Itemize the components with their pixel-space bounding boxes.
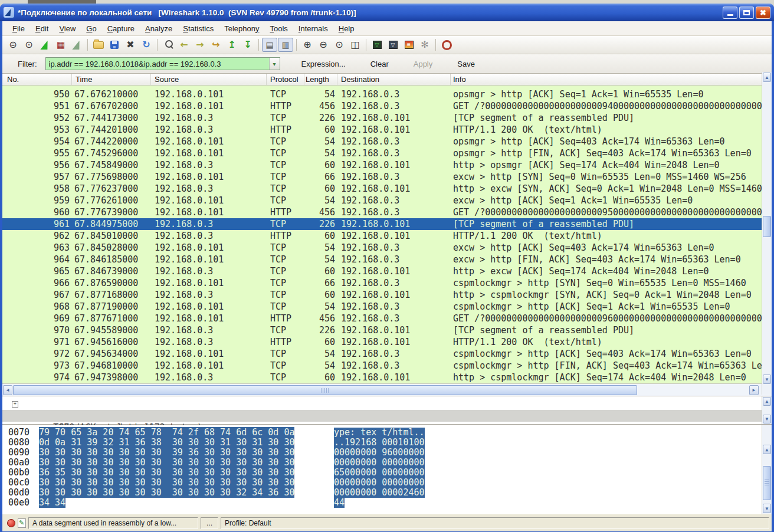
save-button[interactable]: Save [454,58,478,70]
packet-row[interactable]: 969 67.877671000 192.168.0.101 HTTP 456 … [2,313,772,324]
packet-row[interactable]: 972 67.945634000 192.168.0.101 TCP 54 19… [2,348,772,360]
auto-scroll-toggle-icon[interactable]: ▥ [278,38,293,52]
preferences-icon[interactable]: ✻ [417,38,432,52]
hex-bytes[interactable]: 34 34 [39,497,65,508]
go-to-packet-icon[interactable]: ↪ [208,38,224,52]
minimize-button[interactable] [723,6,737,19]
go-to-bottom-icon[interactable]: ↧ [240,38,255,52]
hex-ascii[interactable]: 65000000 00000000 [334,468,425,478]
menu-item[interactable]: Statistics [178,22,219,35]
scroll-up-arrow[interactable]: ▲ [763,445,771,454]
status-profile[interactable]: Profile: Default [221,517,769,529]
packet-row[interactable]: 961 67.844975000 192.168.0.3 TCP 226 192… [2,218,772,230]
packet-row[interactable]: 970 67.945589000 192.168.0.3 TCP 226 192… [2,324,772,336]
zoom-100-icon[interactable]: ⊙ [332,38,347,52]
scroll-up-arrow[interactable]: ▲ [763,397,771,406]
resize-columns-icon[interactable]: ◫ [347,38,363,52]
clear-button[interactable]: Clear [367,58,392,70]
scroll-down-arrow[interactable]: ▼ [763,504,771,513]
hex-ascii[interactable]: ype: tex t/html.. [334,428,425,438]
expression-button[interactable]: Expression... [298,58,349,70]
start-capture-icon[interactable] [37,38,53,52]
menu-item[interactable]: Go [81,22,101,35]
colorize-toggle-icon[interactable]: ▤ [262,38,277,52]
menu-item[interactable]: Capture [102,22,140,35]
menu-item[interactable]: Analyze [140,22,178,35]
save-file-icon[interactable] [107,38,122,52]
zoom-out-icon[interactable]: ⊖ [316,38,331,52]
column-header-info[interactable]: Info [451,74,772,85]
packet-row[interactable]: 956 67.745849000 192.168.0.3 TCP 60 192.… [2,159,772,171]
packet-row[interactable]: 973 67.946810000 192.168.0.101 TCP 54 19… [2,360,772,372]
column-header-no[interactable]: No. [2,74,72,85]
help-icon[interactable] [439,38,454,52]
packet-row[interactable]: 965 67.846739000 192.168.0.3 TCP 60 192.… [2,265,772,277]
packet-row[interactable]: 960 67.776739000 192.168.0.101 HTTP 456 … [2,206,772,218]
restart-capture-icon[interactable] [69,38,84,52]
scroll-down-arrow[interactable]: ▼ [763,415,771,423]
menu-item[interactable]: Edit [30,22,54,35]
hex-bytes[interactable]: 30 30 30 30 30 30 30 30 39 36 30 30 30 3… [39,447,294,458]
packet-row[interactable]: 953 67.744201000 192.168.0.3 HTTP 60 192… [2,124,772,136]
go-back-icon[interactable]: ← [176,38,192,52]
packet-row[interactable]: 962 67.845010000 192.168.0.3 HTTP 60 192… [2,230,772,242]
capture-options-icon[interactable]: ⊙ [21,38,37,52]
packet-row[interactable]: 955 67.745296000 192.168.0.101 TCP 54 19… [2,147,772,159]
hex-bytes[interactable]: 30 30 30 30 30 30 30 30 30 30 30 30 30 3… [39,477,294,488]
bytes-vscroll-thumb[interactable] [763,466,771,500]
reload-icon[interactable]: ↻ [139,38,154,52]
scroll-left-arrow[interactable]: ◄ [3,385,12,395]
column-header-length[interactable]: Length [304,74,337,85]
status-ellipsis[interactable]: ... [201,517,218,529]
menu-item[interactable]: Telephony [219,22,264,35]
capture-comment-icon[interactable]: ✎ [18,518,26,528]
column-header-time[interactable]: Time [72,74,151,85]
scroll-down-arrow[interactable]: ▼ [763,375,771,384]
packet-row[interactable]: 952 67.744173000 192.168.0.3 TCP 226 192… [2,112,772,124]
scroll-up-arrow[interactable]: ▲ [763,73,771,82]
packet-row[interactable]: 974 67.947398000 192.168.0.3 TCP 60 192.… [2,372,772,383]
hex-ascii[interactable]: 00000000 96000000 [334,448,425,458]
expand-plus-icon[interactable]: + [12,401,18,408]
packet-row[interactable]: 954 67.744220000 192.168.0.101 TCP 54 19… [2,136,772,147]
packet-row[interactable]: 958 67.776237000 192.168.0.3 TCP 60 192.… [2,183,772,195]
packet-row[interactable]: 971 67.945616000 192.168.0.3 HTTP 60 192… [2,336,772,348]
filter-dropdown-button[interactable]: ▾ [269,58,280,70]
maximize-button[interactable] [739,6,754,19]
hscroll-thumb[interactable] [13,385,637,395]
packet-row[interactable]: 963 67.845028000 192.168.0.101 TCP 54 19… [2,242,772,254]
hex-bytes[interactable]: 30 30 30 30 30 30 30 30 30 30 30 30 32 3… [39,487,294,498]
hex-bytes[interactable]: 0d 0a 31 39 32 31 36 38 30 30 30 31 30 3… [39,437,294,448]
apply-button[interactable]: Apply [410,58,437,70]
column-header-destination[interactable]: Destination [337,74,451,85]
close-button[interactable]: ✖ [756,6,770,19]
packet-row[interactable]: 959 67.776261000 192.168.0.101 TCP 54 19… [2,195,772,206]
menu-item[interactable]: Tools [265,22,293,35]
menu-item[interactable]: View [54,22,81,35]
packet-row[interactable]: 950 67.676210000 192.168.0.101 TCP 54 19… [2,88,772,100]
display-filters-icon[interactable]: ▽ [385,38,401,52]
go-to-top-icon[interactable]: ↥ [224,38,240,52]
zoom-in-icon[interactable]: ⊕ [300,38,315,52]
find-packet-icon[interactable] [160,38,176,52]
menu-item[interactable]: File [7,22,30,35]
list-vscroll-thumb[interactable] [763,216,771,237]
capture-filters-icon[interactable]: ▽ [369,38,385,52]
detail-row-segment-data[interactable]: TCP segment data (172 bytes) [2,410,772,422]
packet-row[interactable]: 964 67.846185000 192.168.0.101 TCP 54 19… [2,254,772,265]
filter-input[interactable] [46,58,269,70]
hex-bytes[interactable]: 36 35 30 30 30 30 30 30 30 30 30 30 30 3… [39,467,294,478]
go-forward-icon[interactable]: → [192,38,208,52]
coloring-rules-icon[interactable]: ≡ [401,38,416,52]
menu-item[interactable]: Internals [293,22,333,35]
wireshark-app-icon[interactable] [4,7,14,18]
packet-row[interactable]: 967 67.877168000 192.168.0.3 TCP 60 192.… [2,289,772,301]
close-file-icon[interactable]: ✖ [123,38,138,52]
packet-row[interactable]: 968 67.877190000 192.168.0.101 TCP 54 19… [2,301,772,313]
stop-capture-icon[interactable]: ▦ [53,38,68,52]
expert-info-icon[interactable] [7,519,15,527]
hex-bytes[interactable]: 79 70 65 3a 20 74 65 78 74 2f 68 74 6d 6… [39,427,294,438]
packet-row[interactable]: 957 67.775698000 192.168.0.101 TCP 66 19… [2,171,772,183]
hex-ascii[interactable]: 00000000 00002460 [334,488,425,498]
hex-ascii[interactable]: 00000000 00000000 [334,458,425,468]
